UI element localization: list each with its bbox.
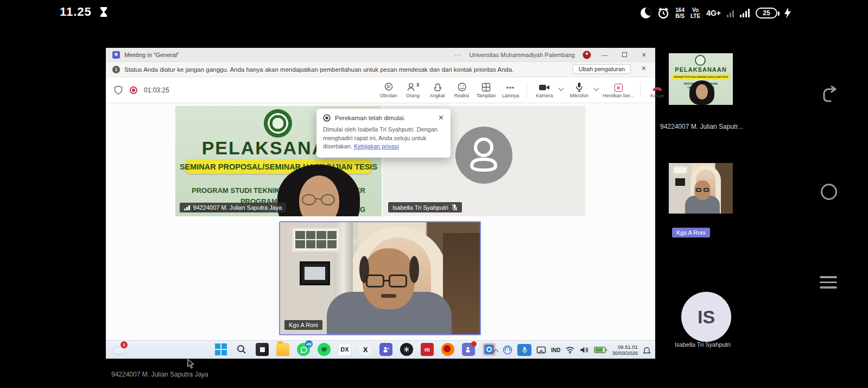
- dnd-banner: i Status Anda diatur ke jangan ganggu. A…: [106, 62, 655, 77]
- participant-name-badge: 94224007 M. Julian Saputra Jaya: [180, 203, 286, 212]
- view-button[interactable]: Tampilan: [474, 82, 498, 98]
- keyboard-language[interactable]: IND: [551, 347, 560, 353]
- photo-frame: [300, 261, 330, 285]
- camera-button[interactable]: Kamera: [531, 82, 558, 98]
- more-dots-icon: •••: [506, 82, 515, 92]
- whatsapp-icon[interactable]: 49: [297, 343, 310, 356]
- headset-tray-icon[interactable]: [503, 345, 512, 355]
- toolbar-divider: [640, 83, 641, 98]
- battery-tray-icon[interactable]: [594, 346, 607, 354]
- privacy-policy-link[interactable]: Kebijakan privasi: [354, 143, 399, 149]
- titlebar-more-button[interactable]: ···: [454, 52, 462, 58]
- clock-text: 11.25: [60, 5, 92, 19]
- presenter-glasses: [302, 194, 316, 205]
- dx-app-icon[interactable]: DX: [338, 343, 351, 356]
- raise-hand-button[interactable]: Angkat: [425, 82, 449, 98]
- hang-up-icon: [651, 82, 663, 92]
- people-button[interactable]: 3 Orang: [401, 82, 425, 98]
- meeting-timer: 01:03:25: [144, 86, 169, 94]
- roni-glasses: [389, 274, 407, 287]
- sidebar-label-roni: Kgs A Roni: [672, 228, 710, 237]
- signal-sim2-icon: [740, 9, 750, 17]
- account-avatar[interactable]: [582, 51, 591, 59]
- microphone-button[interactable]: Mikrofon: [565, 82, 593, 98]
- window-title: Meeting in "General": [124, 52, 179, 58]
- raise-hand-icon: [433, 82, 442, 92]
- university-logo-icon: [695, 55, 706, 66]
- sidebar-video-roni[interactable]: [669, 163, 733, 214]
- teams-window-titlebar: Meeting in "General" ··· Universitas Muh…: [106, 48, 655, 62]
- roni-glasses: [366, 274, 384, 287]
- shared-screen-desktop: Meeting in "General" ··· Universitas Muh…: [106, 48, 655, 359]
- shield-icon: [113, 85, 123, 95]
- recording-started-toast: Perekaman telah dimulai. ✕ Dimulai oleh …: [316, 109, 451, 158]
- phone-status-bar: 11.25 164 B/S Vo LTE 4G+: [0, 0, 868, 26]
- x-app-icon[interactable]: X: [359, 343, 372, 356]
- spotify-icon[interactable]: [318, 343, 331, 356]
- volte-indicator: Vo LTE: [690, 7, 700, 19]
- volume-icon[interactable]: [580, 346, 589, 354]
- sidebar-avatar-isabella[interactable]: IS: [681, 292, 731, 342]
- minimize-button[interactable]: —: [599, 52, 611, 58]
- people-icon: 3: [407, 82, 419, 92]
- m-app-icon[interactable]: m: [421, 343, 434, 356]
- university-logo-icon: [264, 109, 292, 137]
- teams-taskbar-icon[interactable]: [379, 343, 392, 356]
- chat-button[interactable]: Obrolan: [376, 82, 401, 98]
- more-button[interactable]: ••• Lainnya: [498, 82, 523, 98]
- connection-bars-icon: [184, 205, 190, 210]
- recording-indicator-icon: [130, 86, 137, 94]
- battery-indicator: 25: [756, 8, 777, 18]
- stop-sharing-button[interactable]: ✕ Hentikan ber...: [600, 82, 636, 98]
- mouse-cursor: [187, 359, 195, 370]
- toast-title: Perekaman telah dimulai.: [335, 115, 406, 121]
- start-button[interactable]: [214, 343, 227, 356]
- person-silhouette-icon: [455, 127, 512, 184]
- nav-recents-button[interactable]: [820, 276, 837, 289]
- system-clock[interactable]: 09.51.01 30/03/2026: [612, 344, 638, 356]
- close-toast-button[interactable]: ✕: [438, 114, 444, 122]
- chat-icon: [384, 82, 394, 92]
- maximize-button[interactable]: [618, 52, 630, 58]
- meeting-stage: PELAKSANAAN SEMINAR PROPOSAL/SEMINAR HAS…: [106, 103, 655, 340]
- photos-app-icon[interactable]: [256, 343, 269, 356]
- camera-options-chevron-icon[interactable]: [559, 85, 564, 91]
- wifi-icon[interactable]: [565, 346, 575, 354]
- nav-home-button[interactable]: [821, 184, 837, 200]
- reactions-button[interactable]: Reaksi: [449, 82, 474, 98]
- camera-icon: [538, 82, 550, 92]
- photo-frame: [292, 228, 340, 252]
- notifications-tray-icon[interactable]: [643, 346, 651, 354]
- dismiss-banner-button[interactable]: ✕: [641, 65, 647, 72]
- meeting-toolbar: 01:03:25 Obrolan 3 Orang: [106, 77, 655, 103]
- network-rate: 164 B/S: [675, 7, 685, 19]
- change-settings-button[interactable]: Ubah pengaturan: [573, 64, 631, 74]
- windows-taskbar: 2 49 DX X: [106, 340, 655, 359]
- charging-icon: [783, 7, 792, 19]
- teams-call-icon[interactable]: [462, 343, 475, 356]
- toast-body: Dimulai oleh Isabella Tri Syahputri. Den…: [323, 126, 444, 151]
- weather-widget[interactable]: 2: [112, 343, 125, 356]
- hourglass-icon: [99, 7, 108, 18]
- alarm-icon: [657, 7, 669, 19]
- participant-tile-roni-active-speaker[interactable]: Kgs A Roni: [279, 221, 481, 335]
- close-window-button[interactable]: ✕: [638, 52, 650, 59]
- leave-button[interactable]: Keluar: [644, 82, 670, 98]
- sidebar-label-isabella: Isabella Tri Syahputri: [675, 341, 731, 348]
- smiley-icon: [457, 82, 467, 92]
- search-icon[interactable]: [235, 343, 248, 356]
- toolbar-divider: [527, 83, 527, 98]
- participant-name-badge: Kgs A Roni: [284, 320, 322, 330]
- mic-in-use-tray-icon[interactable]: [517, 344, 531, 356]
- tray-expand-chevron-icon[interactable]: [493, 349, 499, 354]
- file-explorer-icon[interactable]: [276, 343, 289, 356]
- shared-screen-caption: 94224007 M. Julian Saputra Jaya: [111, 371, 208, 378]
- microphone-options-chevron-icon[interactable]: [594, 85, 599, 91]
- teams-app-icon: [112, 51, 120, 59]
- record-icon: [323, 114, 331, 122]
- chatgpt-icon[interactable]: [400, 343, 413, 356]
- nav-back-button[interactable]: [819, 86, 839, 104]
- snip-tray-icon[interactable]: [536, 346, 546, 354]
- orange-app-icon[interactable]: [441, 343, 454, 356]
- sidebar-video-julian[interactable]: PELAKSANAAN SEMINAR PROPOSAL/SEMINAR HAS…: [669, 53, 733, 105]
